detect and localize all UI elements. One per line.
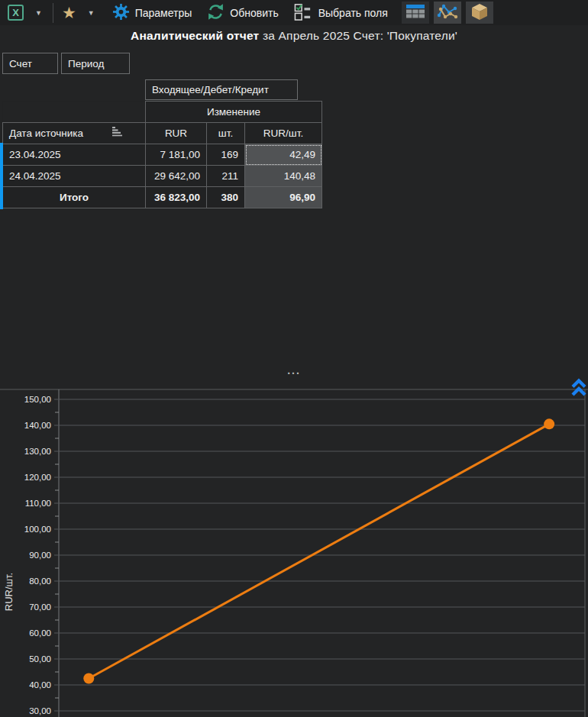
y-axis-title: RUR/шт. [3,573,15,611]
row-qty-cell[interactable]: 169 [207,144,245,166]
y-tick-label: 90,00 [29,551,51,560]
splitter-handle[interactable]: ... [0,365,588,376]
filter-chip-account-label: Счет [9,58,32,69]
pivot-col-header-rur[interactable]: RUR [146,123,207,144]
selected-cell[interactable]: 42,49 [245,144,322,166]
row-rurper-cell[interactable]: 140,48 [245,166,322,187]
total-rur-cell[interactable]: 36 823,00 [146,187,207,208]
pivot-column-group-field[interactable]: Входящее/Дебет/Кредит [145,79,298,100]
report-title: Аналитический отчет за Апрель 2025 Счет:… [0,29,588,43]
series-line [89,424,549,678]
select-fields-button[interactable]: Выбрать поля [289,2,393,24]
y-tick-label: 150,00 [24,395,51,404]
cube-icon [470,2,489,24]
table-row: 23.04.2025 7 181,00 169 42,49 [3,144,322,166]
toolbar-separator [53,3,53,23]
pivot-measure-row: Изменение [3,102,322,123]
report-title-params: за Апрель 2025 Счет: 'Покупатели' [259,29,457,42]
pivot-measure-group-header[interactable]: Изменение [146,102,322,123]
parameters-label: Параметры [135,7,192,19]
gear-icon [112,3,130,23]
y-tick-label: 60,00 [29,628,51,638]
y-tick-label: 30,00 [29,706,51,715]
y-tick-label: 70,00 [29,602,51,612]
filter-chip-period-label: Период [68,58,104,69]
pivot-table: Изменение Дата источника [2,101,322,208]
row-rur-cell[interactable]: 29 642,00 [146,166,207,187]
parameters-button[interactable]: Параметры [108,2,197,24]
y-tick-label: 140,00 [24,421,51,430]
pivot-col-header-rurper[interactable]: RUR/шт. [245,123,322,144]
refresh-label: Обновить [230,7,278,19]
pivot-header-row: Дата источника RUR шт. [3,123,322,144]
chevron-down-icon: ▼ [86,9,97,17]
line-chart-svg: 150,00140,00130,00120,00110,00100,0090,0… [0,380,588,717]
y-tick-label: 130,00 [24,447,51,456]
app-window: X ▼ ★ ▼ [0,0,588,717]
favorites-dropdown[interactable]: ▼ [81,2,102,24]
y-tick-label: 110,00 [25,499,51,508]
row-date-cell[interactable]: 23.04.2025 [3,144,146,166]
pivot-row-header-field[interactable]: Дата источника [3,123,146,144]
total-rurper-cell[interactable]: 96,90 [245,187,322,208]
select-fields-label: Выбрать поля [318,7,388,19]
row-selection-bar [0,143,3,209]
y-tick-label: 40,00 [29,680,51,690]
double-chevron-up-icon [570,389,587,400]
checklist-icon [294,2,313,23]
table-row: 24.04.2025 29 642,00 211 140,48 [3,166,322,187]
row-qty-cell[interactable]: 211 [207,166,245,187]
star-icon: ★ [62,5,76,21]
toolbar: X ▼ ★ ▼ [0,0,588,25]
favorites-button[interactable]: ★ [57,2,81,24]
chart-view-button[interactable] [434,2,461,24]
pivot-col-header-qty[interactable]: шт. [207,123,245,144]
pivot-row-header-label: Дата источника [9,128,83,139]
data-point [544,418,554,429]
table-view-button[interactable] [402,2,429,24]
collapse-chart-button[interactable] [570,378,588,399]
refresh-icon [207,3,225,23]
line-chart-icon [436,2,459,24]
export-excel-button[interactable]: X [3,2,28,24]
pivot-column-group-label: Входящее/Дебет/Кредит [152,84,269,95]
refresh-button[interactable]: Обновить [202,2,283,24]
chevron-down-icon: ▼ [33,9,44,17]
y-tick-label: 80,00 [29,577,51,586]
total-qty-cell[interactable]: 380 [207,187,245,208]
cube-view-button[interactable] [466,2,493,24]
chart-panel: 150,00140,00130,00120,00110,00100,0090,0… [0,380,588,717]
data-point [83,673,94,684]
filter-chip-account[interactable]: Счет [2,53,58,74]
total-row: Итого 36 823,00 380 96,90 [3,187,322,208]
row-rur-cell[interactable]: 7 181,00 [146,144,207,166]
row-date-cell[interactable]: 24.04.2025 [3,166,146,187]
sort-ascending-icon[interactable] [112,127,125,140]
table-view-icon [405,3,425,22]
pivot-empty-cell [3,102,146,123]
excel-icon: X [8,5,24,21]
splitter-dots: ... [287,364,301,376]
filter-chip-period[interactable]: Период [61,53,130,74]
total-label-cell[interactable]: Итого [3,187,146,208]
y-tick-label: 50,00 [29,654,51,664]
y-tick-label: 120,00 [24,473,51,482]
report-title-name: Аналитический отчет [131,29,259,42]
export-excel-dropdown[interactable]: ▼ [28,2,49,24]
y-tick-label: 100,00 [24,525,51,534]
